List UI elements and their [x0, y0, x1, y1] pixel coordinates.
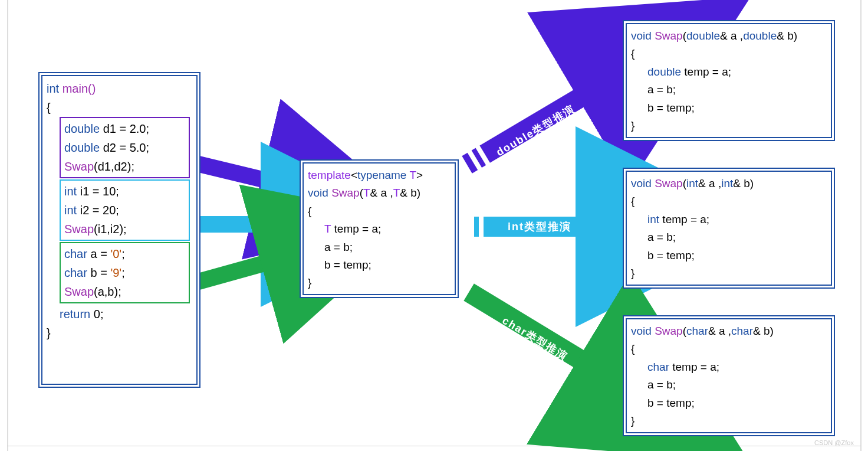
arrow-label-double: double类型推演 [481, 94, 590, 166]
int-output-box: void Swap(int& a ,int& b) { int temp = a… [623, 168, 835, 289]
page-border-left [7, 0, 8, 451]
double-block: double d1 = 2.0; double d2 = 5.0; Swap(d… [60, 117, 190, 178]
int-block: int i1 = 10; int i2 = 20; Swap(i1,i2); [60, 179, 190, 241]
svg-rect-8 [479, 216, 484, 237]
brace: { [47, 98, 192, 117]
template-code-box: template<typename T> void Swap(T& a ,T& … [300, 159, 459, 298]
watermark: CSDN @Zfox_ [814, 439, 857, 446]
char-block: char a = '0'; char b = '9'; Swap(a,b); [60, 242, 190, 303]
double-output-box: void Swap(double& a ,double& b) { double… [623, 20, 835, 141]
svg-rect-7 [469, 216, 474, 237]
arrow-label-char: char类型推演 [481, 302, 590, 375]
page-border-bottom [7, 446, 861, 446]
kw-int: int [47, 82, 59, 95]
brace: } [47, 323, 192, 342]
main-code-box: int main() { double d1 = 2.0; double d2 … [38, 72, 200, 388]
page-border-right [860, 0, 862, 451]
svg-rect-4 [465, 146, 486, 177]
fn-main: main() [63, 82, 96, 95]
arrow-label-int: int类型推演 [489, 220, 590, 234]
char-output-box: void Swap(char& a ,char& b) { char temp … [623, 315, 835, 436]
